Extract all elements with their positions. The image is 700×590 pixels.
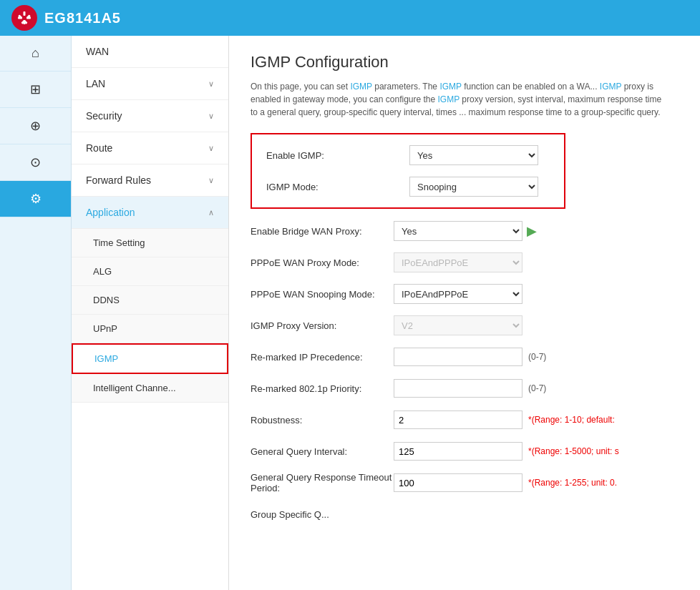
enable-bridge-wan-select[interactable]: Yes No (394, 221, 522, 241)
nav-sub-item-ddns-label: DDNS (93, 295, 120, 305)
nav-item-route-label: Route (86, 142, 112, 154)
igmp-mode-label: IGMP Mode: (266, 182, 409, 192)
nav-sub-item-igmp-label: IGMP (94, 353, 118, 364)
nav-item-forward-rules-label: Forward Rules (86, 174, 151, 186)
igmp-link[interactable]: IGMP (350, 82, 371, 92)
igmp-mode-row: IGMP Mode: Snooping Proxy (266, 176, 550, 197)
nav-item-wan-label: WAN (86, 46, 109, 57)
nav-item-route[interactable]: Route ∨ (72, 132, 228, 164)
re-marked-ip-label: Re-marked IP Precedence: (251, 352, 394, 363)
nav-sub-item-intelligent-channel[interactable]: Intelligent Channe... (72, 374, 228, 403)
nav-sub-item-time-setting-label: Time Setting (93, 237, 145, 248)
general-query-interval-label: General Query Interval: (251, 446, 394, 457)
re-marked-ip-input[interactable] (394, 348, 522, 366)
nav-sub-item-alg[interactable]: ALG (72, 257, 228, 286)
sidebar-item-system[interactable]: ⊞ (0, 72, 71, 108)
re-marked-8021p-input[interactable] (394, 379, 522, 398)
sidebar: ⌂ ⊞ ⊕ ⊙ ⚙ (0, 36, 72, 590)
igmp-proxy-version-row: IGMP Proxy Version: V2 V3 (251, 315, 679, 336)
general-query-response-hint: *(Range: 1-255; unit: 0. (528, 478, 617, 488)
nav-sub-item-intelligent-channel-label: Intelligent Channe... (93, 383, 176, 393)
general-query-interval-hint: *(Range: 1-5000; unit: s (528, 446, 619, 456)
nav-item-forward-rules[interactable]: Forward Rules ∨ (72, 164, 228, 197)
igmp-proxy-version-select[interactable]: V2 V3 (394, 315, 522, 335)
settings-icon: ⚙ (30, 191, 42, 207)
sidebar-item-home[interactable]: ⌂ (0, 36, 71, 72)
igmp-mode-select[interactable]: Snooping Proxy (409, 177, 538, 197)
content-area: IGMP Configuration On this page, you can… (229, 36, 700, 590)
chevron-down-icon: ∨ (208, 176, 214, 185)
sidebar-item-security[interactable]: ⊕ (0, 108, 71, 144)
huawei-logo-icon (11, 5, 37, 31)
robustness-row: Robustness: 2 *(Range: 1-10; default: (251, 409, 679, 431)
robustness-label: Robustness: (251, 415, 394, 426)
nav-sub-item-time-setting[interactable]: Time Setting (72, 229, 228, 257)
nav-item-application[interactable]: Application ∧ (72, 197, 228, 229)
sidebar-item-route[interactable]: ⊙ (0, 144, 71, 181)
chevron-down-icon: ∨ (208, 79, 214, 89)
enable-igmp-label: Enable IGMP: (266, 150, 409, 161)
general-query-interval-input[interactable]: 125 (394, 442, 522, 461)
igmp-proxy-version-label: IGMP Proxy Version: (251, 320, 394, 331)
igmp-link2[interactable]: IGMP (439, 82, 461, 92)
svg-rect-1 (24, 11, 26, 16)
nav-sub-item-upnp-label: UPnP (93, 323, 117, 334)
re-marked-8021p-label: Re-marked 802.1p Priority: (251, 383, 394, 394)
general-query-response-label: General Query Response Timeout Period: (251, 472, 394, 493)
logo-area: EG8141A5 (11, 5, 121, 31)
nav-item-lan[interactable]: LAN ∨ (72, 68, 228, 100)
robustness-input[interactable]: 2 (394, 410, 522, 429)
nav-sub-item-alg-label: ALG (93, 266, 112, 277)
nav-item-lan-label: LAN (86, 78, 105, 89)
igmp-link3[interactable]: IGMP (600, 82, 621, 92)
header-title: EG8141A5 (44, 10, 121, 26)
pppoe-wan-snooping-label: PPPoE WAN Snooping Mode: (251, 289, 394, 300)
group-specific-query-row: Group Specific Q... (251, 503, 679, 525)
re-marked-8021p-row: Re-marked 802.1p Priority: (0-7) (251, 378, 679, 399)
re-marked-ip-row: Re-marked IP Precedence: (0-7) (251, 346, 679, 368)
header: EG8141A5 (0, 0, 700, 36)
pppoe-wan-snooping-row: PPPoE WAN Snooping Mode: IPoEAndPPPoE IP… (251, 283, 679, 305)
general-query-interval-row: General Query Interval: 125 *(Range: 1-5… (251, 441, 679, 462)
pppoe-wan-proxy-label: PPPoE WAN Proxy Mode: (251, 257, 394, 268)
route-icon: ⊙ (30, 154, 41, 170)
general-query-response-row: General Query Response Timeout Period: 1… (251, 472, 679, 493)
page-title: IGMP Configuration (251, 53, 679, 72)
re-marked-8021p-hint: (0-7) (528, 383, 546, 393)
svg-point-0 (11, 5, 37, 31)
chevron-up-icon: ∧ (208, 208, 214, 217)
chevron-down-icon: ∨ (208, 112, 214, 121)
enable-bridge-wan-row: Enable Bridge WAN Proxy: Yes No ▶ (251, 220, 679, 242)
nav-item-wan[interactable]: WAN (72, 36, 228, 68)
page-description: On this page, you can set IGMP parameter… (251, 80, 666, 119)
nav-sub-item-upnp[interactable]: UPnP (72, 315, 228, 343)
group-specific-query-label: Group Specific Q... (251, 509, 394, 520)
sidebar-item-settings[interactable]: ⚙ (0, 181, 71, 217)
pppoe-wan-snooping-select[interactable]: IPoEAndPPPoE IPoEOnly PPPoEOnly (394, 284, 522, 304)
nav-item-security-label: Security (86, 110, 122, 122)
pppoe-wan-proxy-select[interactable]: IPoEAndPPPoE IPoEOnly PPPoEOnly (394, 252, 522, 272)
main-layout: ⌂ ⊞ ⊕ ⊙ ⚙ WAN LAN ∨ Security ∨ Route ∨ (0, 36, 700, 590)
nav-sub-item-ddns[interactable]: DDNS (72, 286, 228, 315)
robustness-hint: *(Range: 1-10; default: (528, 415, 615, 425)
nav-item-security[interactable]: Security ∨ (72, 100, 228, 132)
nav-panel: WAN LAN ∨ Security ∨ Route ∨ Forward Rul… (72, 36, 229, 590)
enable-bridge-wan-label: Enable Bridge WAN Proxy: (251, 226, 394, 237)
igmp-highlight-box: Enable IGMP: Yes No IGMP Mode: Snooping … (251, 133, 565, 209)
security-icon: ⊕ (30, 118, 41, 134)
pppoe-wan-proxy-row: PPPoE WAN Proxy Mode: IPoEAndPPPoE IPoEO… (251, 252, 679, 273)
system-icon: ⊞ (30, 82, 41, 97)
enable-igmp-select[interactable]: Yes No (409, 145, 538, 165)
chevron-down-icon: ∨ (208, 144, 214, 153)
home-icon: ⌂ (31, 46, 39, 61)
enable-igmp-row: Enable IGMP: Yes No (266, 144, 550, 166)
nav-item-application-label: Application (86, 207, 135, 218)
igmp-link4[interactable]: IGMP (438, 94, 460, 104)
nav-sub-item-igmp[interactable]: IGMP (72, 343, 228, 374)
re-marked-ip-hint: (0-7) (528, 352, 546, 362)
general-query-response-input[interactable]: 100 (394, 473, 522, 492)
